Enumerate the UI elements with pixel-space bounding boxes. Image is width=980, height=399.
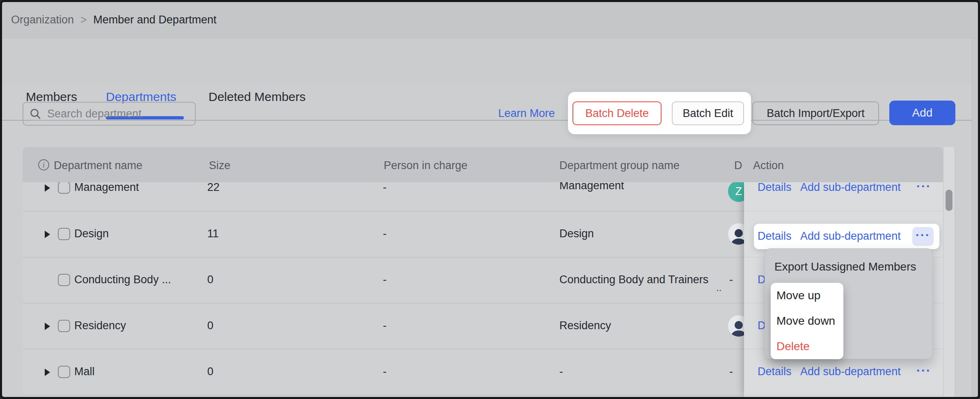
col-header-size: Size <box>209 159 231 172</box>
search-department-box[interactable] <box>23 102 196 126</box>
vertical-scrollbar-thumb[interactable] <box>946 190 953 211</box>
menu-item-move-down[interactable]: Move down <box>771 308 843 334</box>
group-name-overflow: .. <box>716 282 721 294</box>
person-in-charge-value: - <box>383 273 387 286</box>
dept-name-conducting-body: Conducting Body ... <box>74 273 171 286</box>
person-in-charge-value: - <box>383 365 387 378</box>
group-name-value: Conducting Body and Trainers <box>559 273 708 286</box>
learn-more-link[interactable]: Learn More <box>498 107 555 120</box>
more-actions-icon[interactable]: ··· <box>914 364 934 378</box>
group-name-value: Design <box>559 227 594 240</box>
col-header-department-group-name: Department group name <box>559 159 680 172</box>
info-icon[interactable]: i <box>38 159 49 170</box>
dept-size: 22 <box>207 181 220 194</box>
details-link-design[interactable]: Details <box>758 230 792 243</box>
dept-name-management: Management <box>74 181 139 194</box>
more-actions-icon[interactable]: ··· <box>914 179 934 193</box>
add-sub-department-link-management[interactable]: Add sub-department <box>800 181 901 194</box>
table-header-row <box>23 147 943 182</box>
tab-bar: Members Departments Deleted Members <box>2 38 980 85</box>
app-window: Organization > Member and Department Mem… <box>0 0 980 399</box>
person-in-charge-value: - <box>383 181 387 194</box>
dept-name-design: Design <box>74 227 109 240</box>
more-actions-icon[interactable]: ··· <box>913 228 933 242</box>
col-header-department-head-truncated: D <box>734 159 742 172</box>
add-button[interactable]: Add <box>889 101 955 125</box>
row-divider <box>744 395 943 395</box>
expand-arrow-management[interactable] <box>45 184 50 192</box>
breadcrumb: Organization > Member and Department <box>2 2 980 38</box>
batch-import-export-button[interactable]: Batch Import/Export <box>752 101 879 125</box>
dept-size: 0 <box>207 365 213 378</box>
row-checkbox-residency[interactable] <box>58 320 70 332</box>
batch-edit-button[interactable]: Batch Edit <box>672 101 744 125</box>
dept-size: 11 <box>207 227 219 240</box>
menu-item-export-unassigned-members[interactable]: Export Uassigned Members <box>774 255 916 278</box>
row-checkbox-management[interactable] <box>58 181 70 194</box>
dept-name-residency: Residency <box>74 319 126 332</box>
person-in-charge-value: - <box>383 319 387 332</box>
tab-deleted-members[interactable]: Deleted Members <box>208 90 306 104</box>
menu-item-move-up[interactable]: Move up <box>771 283 843 308</box>
row-checkbox-mall[interactable] <box>58 366 70 378</box>
chevron-right-icon: > <box>80 13 87 28</box>
row-checkbox-conducting-body[interactable] <box>58 274 70 286</box>
search-icon <box>29 108 41 120</box>
expand-arrow-residency[interactable] <box>45 323 50 330</box>
department-head-dash: - <box>729 365 733 378</box>
breadcrumb-organization[interactable]: Organization <box>11 14 74 26</box>
row-divider <box>744 211 943 211</box>
expand-arrow-design[interactable] <box>45 231 50 238</box>
person-in-charge-value: - <box>383 227 387 240</box>
details-link-mall[interactable]: Details <box>758 365 792 378</box>
col-header-action: Action <box>753 159 784 172</box>
add-sub-department-link-mall[interactable]: Add sub-department <box>800 365 901 378</box>
tutorial-spotlight-context-submenu: Move up Move down Delete <box>771 283 843 359</box>
group-name-value: Residency <box>559 319 611 332</box>
expand-arrow-mall[interactable] <box>45 369 50 376</box>
row-checkbox-design[interactable] <box>58 228 70 240</box>
search-department-input[interactable] <box>46 107 182 121</box>
right-gutter <box>972 38 980 399</box>
add-sub-department-link-design[interactable]: Add sub-department <box>800 230 901 243</box>
details-link-management[interactable]: Details <box>758 181 792 194</box>
dept-size: 0 <box>207 273 213 286</box>
department-head-dash: - <box>729 273 733 286</box>
col-header-person-in-charge: Person in charge <box>384 159 467 172</box>
breadcrumb-current-page: Member and Department <box>93 14 216 26</box>
dept-size: 0 <box>207 319 213 332</box>
col-header-department-name: Department name <box>54 159 142 172</box>
menu-item-delete[interactable]: Delete <box>771 334 843 359</box>
batch-delete-button[interactable]: Batch Delete <box>572 101 662 125</box>
group-name-value: - <box>559 365 563 378</box>
vertical-scrollbar-track[interactable] <box>943 147 955 399</box>
dept-name-mall: Mall <box>74 365 95 378</box>
